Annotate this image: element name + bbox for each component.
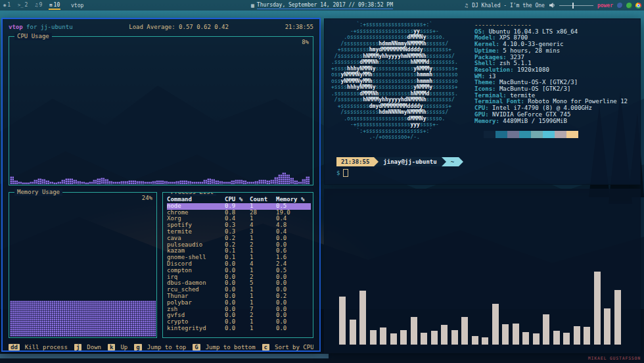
chrome-icon[interactable] [635, 3, 641, 9]
process-row[interactable]: gvfsd0.020.0 [167, 312, 311, 319]
cava-bar [339, 297, 346, 345]
process-cell: 1 [250, 300, 276, 306]
vtop-window: vtop for jj-ubuntu Load Average: 0.57 0.… [1, 18, 321, 352]
workspace-number: 1 [7, 2, 11, 8]
ascii-line: /sssssssshNMMMyhhyyyyhmNMMMNhssssssss/ [331, 53, 458, 60]
wallpaper-credit: MIKAEL GUSTAFSSON [588, 356, 641, 361]
volume-slider-handle[interactable] [572, 3, 574, 9]
info-value: MacBuntu-OS-X [GTK2/3] [496, 79, 578, 85]
process-row[interactable]: compton0.010.5 [167, 268, 311, 274]
info-label: Uptime: [474, 47, 499, 54]
info-value: 4489MiB / 15996MiB [499, 118, 567, 124]
neofetch-window: `:+ssssssssssssssssss+:` -+sssssssssssss… [324, 18, 641, 185]
ascii-art: `:+ssssssssssssssssss+:` -+sssssssssssss… [331, 22, 458, 141]
process-row[interactable]: chrome0.82819.0 [167, 210, 311, 216]
cpu-graph [10, 170, 312, 184]
info-label: Theme: [474, 79, 496, 85]
hotkey-label: Sort by CPU [275, 344, 313, 351]
palette-color [484, 131, 495, 138]
system-tray [617, 3, 641, 9]
prompt-user-host: jinay@jj-ubuntu [379, 157, 441, 166]
ascii-line: +ssssssssshmydMMMMMMMNddddyssssssss+ [331, 47, 458, 53]
cava-bar [574, 326, 580, 345]
calendar-icon: ▦ [251, 3, 254, 9]
cpu-usage-value: 8% [302, 39, 309, 45]
terminal-cursor [343, 169, 348, 177]
clock-module[interactable]: ▦ Thursday, September 14, 2017 // 09:38:… [251, 2, 393, 9]
tray-app-icon[interactable] [626, 3, 632, 9]
process-cell: 1 [250, 248, 276, 254]
process-cell: 1 [250, 216, 276, 222]
shell-prompt: 21:38:55 jinay@jj-ubuntu ~ [336, 157, 463, 166]
process-row[interactable]: zsh0.070.0 [167, 306, 311, 313]
process-column-header: Count [250, 197, 276, 203]
cpu-usage-label: CPU Usage [14, 33, 52, 40]
info-value: 4.10.0-33-generic [499, 41, 564, 47]
process-row[interactable]: kintegrityd0.010.0 [167, 326, 311, 332]
ascii-line: `:+ssssssssssssssssss+:` [331, 22, 458, 28]
cava-bar [584, 327, 590, 345]
workspace-9[interactable]: ♫9 [34, 1, 43, 10]
power-button[interactable]: power [597, 3, 613, 9]
fetch-info: ---------------- OS: Ubuntu 16.04.3 LTS … [474, 22, 628, 124]
ascii-line: ossyNMMMNyMMhsssssssssssssshmmmhssssssso [331, 72, 458, 78]
command-line[interactable]: $ [336, 169, 348, 177]
process-row[interactable]: polybar0.010.0 [167, 300, 311, 306]
info-label: GPU: [474, 111, 489, 118]
info-value: i3 [485, 73, 495, 80]
speaker-icon[interactable] [549, 2, 555, 9]
process-cell: 28 [250, 210, 276, 216]
vtop-lower-row: Memory Usage 24% Process List CommandCPU… [9, 192, 313, 338]
hotkey-dd: dd [9, 344, 20, 351]
memory-graph [10, 301, 156, 337]
cava-bar [513, 324, 519, 345]
info-value: MacBuntu-OS [GTK2/3] [496, 85, 571, 92]
process-cell: 0.0 [276, 326, 311, 332]
workspace-2[interactable]: >_2 [17, 1, 28, 10]
palette-color [495, 131, 507, 138]
workspace-1[interactable]: ◉1 [3, 1, 11, 10]
cava-bar [431, 331, 438, 345]
cava-bar [472, 336, 478, 345]
ascii-line: .ssssssssdMMMNhsssssssssshNMMMdssssssss. [331, 59, 458, 66]
vtop-header: vtop for jj-ubuntu Load Average: 0.57 0.… [9, 23, 313, 31]
process-row[interactable]: termite0.330.4 [167, 229, 311, 235]
process-cell: 1 [250, 287, 276, 293]
ascii-line: +sssshhhyNMMNyssssssssssssyNMMMysssssss+ [331, 84, 458, 91]
info-label: Resolution: [474, 66, 514, 73]
ascii-line: +sssssssssdmydMMMMMMMMddddyssssssss+ [331, 103, 458, 110]
cava-bar [502, 324, 509, 345]
workspace-number: 2 [24, 2, 28, 8]
palette-color [543, 131, 555, 138]
memory-usage-value: 24% [142, 195, 152, 201]
ascii-line: /ssssssssssshdmmNNmmyNMMMMhssssss/ [331, 41, 458, 47]
music-note-icon: ♫ [465, 3, 468, 9]
powerline-arrow-icon [374, 157, 379, 166]
process-cell: 1 [250, 254, 276, 261]
info-label: Icons: [474, 85, 496, 92]
cava-bar [390, 333, 397, 345]
process-cell: 2 [250, 242, 276, 249]
info-rows: OS: Ubuntu 16.04.3 LTS x86_64Model: XPS … [474, 29, 628, 125]
ascii-line: -+sssssssssssssssssyyyssss+- [331, 122, 458, 128]
process-cell: 1 [250, 319, 276, 326]
process-cell: kintegrityd [167, 326, 225, 332]
cava-bar [421, 333, 427, 345]
hotkey-label: Kill process [25, 344, 68, 351]
bar-right-modules: ♫ DJ Khaled - I'm the One power [465, 2, 641, 9]
process-cell: 1 [250, 326, 276, 332]
workspace-10[interactable]: ⊞10 [49, 1, 60, 10]
hotkey-label: Jump to bottom [206, 344, 256, 351]
process-cell: 7 [250, 306, 276, 313]
hotkey-label: Down [87, 344, 101, 351]
process-row[interactable]: pulseaudio0.220.0 [167, 242, 311, 249]
cava-bar [522, 332, 529, 345]
cpu-graph-column [306, 176, 310, 184]
cava-bar [594, 272, 601, 345]
now-playing-text[interactable]: DJ Khaled - I'm the One [472, 3, 545, 9]
process-cell: 3 [250, 229, 276, 235]
tray-app-icon[interactable] [617, 3, 623, 9]
cava-bar [604, 308, 610, 345]
volume-slider[interactable] [559, 5, 593, 6]
info-label: Shell: [474, 60, 496, 66]
